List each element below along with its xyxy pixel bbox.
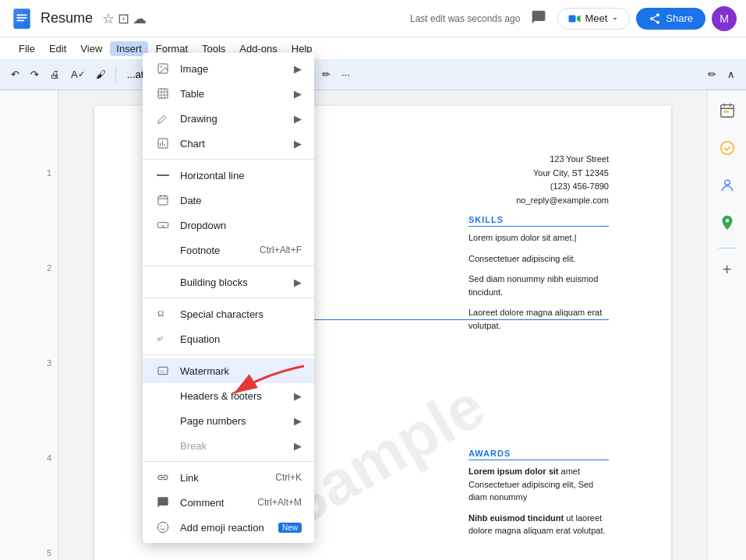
menu-special-chars-item[interactable]: Ω Special characters: [143, 301, 314, 326]
menu-edit[interactable]: Edit: [43, 41, 72, 56]
drawing-arrow: ▶: [294, 113, 302, 125]
print-button[interactable]: 🖨: [45, 65, 65, 83]
emoji-label: Add emoji reaction: [180, 522, 275, 534]
menu-bar: File Edit View Insert Format Tools Add-o…: [0, 37, 746, 59]
menu-insert[interactable]: Insert: [110, 41, 148, 56]
cloud-icon[interactable]: ☁: [133, 10, 147, 27]
page-numbers-arrow: ▶: [294, 415, 302, 427]
skill-3: Sed diam nonummy nibh euismod tincidunt.: [468, 273, 609, 298]
page-numbers-icon: [155, 413, 171, 428]
svg-point-21: [164, 526, 164, 527]
menu-headers-footers-item[interactable]: Headers & footers ▶: [143, 383, 314, 408]
special-chars-icon: Ω: [155, 306, 171, 322]
svg-rect-11: [158, 139, 168, 148]
hline-label: Horizontal line: [180, 170, 302, 181]
drawing-label: Drawing: [180, 113, 291, 125]
menu-hline-item[interactable]: Horizontal line: [143, 163, 314, 188]
image-label: Image: [180, 63, 291, 75]
menu-table-item[interactable]: Table ▶: [143, 81, 314, 106]
table-icon: [155, 86, 171, 101]
svg-text:Ω: Ω: [157, 309, 164, 318]
menu-footnote-item[interactable]: Footnote Ctrl+Alt+F: [143, 238, 314, 262]
svg-rect-10: [158, 89, 168, 98]
chart-icon: [155, 136, 171, 151]
svg-point-9: [161, 66, 162, 68]
undo-button[interactable]: ↶: [6, 65, 24, 83]
image-icon: [155, 61, 171, 76]
break-arrow: ▶: [294, 440, 302, 452]
dropdown-ctrl-icon: [155, 217, 171, 233]
menu-comment-item[interactable]: Comment Ctrl+Alt+M: [143, 490, 314, 515]
toolbar: ↶ ↷ 🖨 A✓ 🖌 ...ath... − + B I U A ✏ ··· ✏…: [0, 59, 746, 90]
tasks-icon[interactable]: [715, 136, 740, 160]
headers-footers-icon: [155, 388, 171, 403]
comment-label: Comment: [180, 497, 251, 509]
comment-button[interactable]: [526, 5, 551, 32]
headers-footers-label: Headers & footers: [180, 390, 291, 402]
footnote-shortcut: Ctrl+Alt+F: [260, 245, 302, 255]
comment-icon: [155, 495, 171, 510]
menu-image-item[interactable]: Image ▶: [143, 56, 314, 81]
document-title[interactable]: Resume: [41, 10, 93, 26]
top-bar: Resume ☆ ⊡ ☁ Last edit was seconds ago M…: [0, 0, 746, 37]
highlight-button[interactable]: ✏: [317, 65, 335, 83]
spellcheck-button[interactable]: A✓: [66, 65, 90, 83]
link-shortcut: Ctrl+K: [275, 472, 302, 483]
building-blocks-arrow: ▶: [294, 276, 302, 288]
headers-footers-arrow: ▶: [294, 390, 302, 402]
footnote-icon: [155, 242, 171, 258]
paint-format-button[interactable]: 🖌: [91, 65, 111, 83]
share-button[interactable]: Share: [636, 8, 705, 30]
main-area: 1 2 3 4 5 123 Your Street Your City, ST …: [0, 90, 746, 560]
redo-button[interactable]: ↷: [26, 65, 44, 83]
share-label: Share: [666, 12, 693, 24]
skill-1: Lorem ipsum dolor sit amet.|: [468, 231, 609, 245]
drawing-icon: [155, 111, 171, 126]
sidebar-divider: [718, 248, 737, 248]
menu-date-item[interactable]: Date: [143, 188, 314, 213]
skill-2: Consectetuer adipiscing elit.: [468, 252, 609, 266]
star-icon[interactable]: ☆: [102, 10, 115, 27]
svg-rect-2: [569, 15, 576, 22]
svg-text:π²: π²: [157, 335, 163, 343]
calendar-icon[interactable]: [715, 98, 740, 123]
link-label: Link: [180, 472, 269, 484]
svg-point-7: [724, 180, 729, 185]
menu-emoji-item[interactable]: Add emoji reaction New: [143, 515, 314, 540]
menu-page-numbers-item[interactable]: Page numbers ▶: [143, 408, 314, 433]
svg-point-19: [157, 522, 168, 532]
divider-3: [143, 298, 314, 298]
add-plugin-button[interactable]: +: [723, 261, 732, 279]
menu-building-blocks-item[interactable]: Building blocks ▶: [143, 269, 314, 294]
avatar[interactable]: M: [712, 6, 737, 31]
divider-4: [143, 354, 314, 355]
menu-equation-item[interactable]: π² Equation: [143, 326, 314, 351]
svg-text:W: W: [160, 369, 164, 374]
award-2: Nihb euismod tincidunt ut laoreet dolore…: [468, 512, 609, 537]
last-edit-text: Last edit was seconds ago: [410, 13, 520, 24]
menu-view[interactable]: View: [74, 41, 108, 56]
collapse-button[interactable]: ∧: [723, 65, 740, 83]
building-blocks-icon: [155, 274, 171, 290]
title-icons: ☆ ⊡ ☁: [102, 10, 147, 27]
menu-chart-item[interactable]: Chart ▶: [143, 131, 314, 156]
date-icon: [155, 192, 171, 208]
folder-icon[interactable]: ⊡: [118, 10, 129, 27]
svg-rect-13: [158, 196, 168, 205]
special-chars-label: Special characters: [180, 308, 302, 320]
more-button[interactable]: ···: [337, 65, 355, 83]
meet-button[interactable]: Meet: [557, 8, 630, 30]
footnote-label: Footnote: [180, 245, 253, 256]
svg-point-6: [720, 142, 734, 155]
pencil-edit-button[interactable]: ✏: [703, 65, 721, 83]
menu-drawing-item[interactable]: Drawing ▶: [143, 106, 314, 131]
maps-icon[interactable]: [715, 210, 740, 235]
awards-title: AWARDS: [468, 449, 609, 460]
menu-watermark-item[interactable]: W Watermark: [143, 358, 314, 383]
contacts-icon[interactable]: [715, 173, 740, 198]
menu-file[interactable]: File: [12, 41, 41, 56]
menu-dropdown-item[interactable]: Dropdown: [143, 213, 314, 238]
top-right-actions: Last edit was seconds ago Meet Share M: [410, 5, 737, 32]
menu-link-item[interactable]: Link Ctrl+K: [143, 465, 314, 490]
svg-point-20: [161, 526, 161, 527]
